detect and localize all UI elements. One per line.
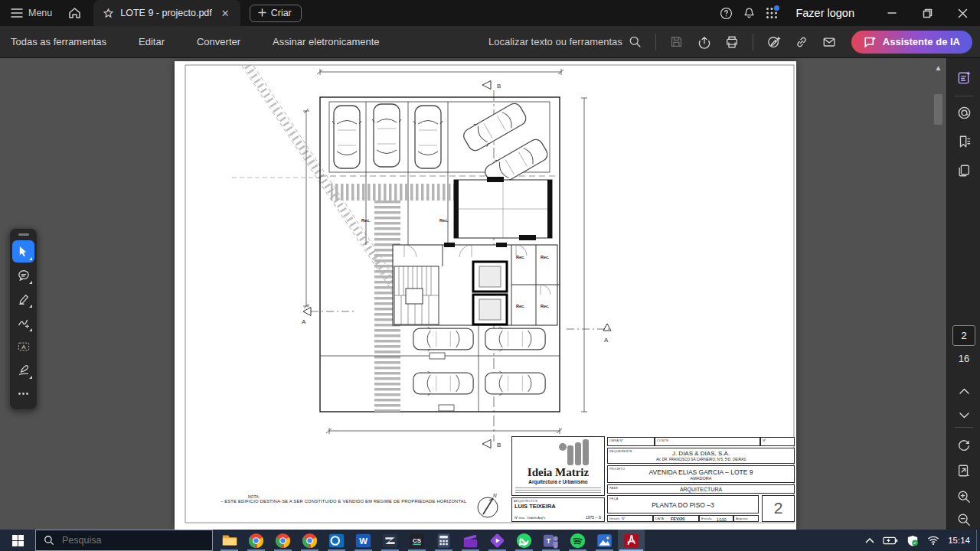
app-media-player[interactable] [484,530,511,551]
tray-expand-icon[interactable] [865,537,874,543]
minimize-button[interactable] [874,0,910,26]
word-icon: W [355,533,371,549]
request-sign-icon [767,35,781,49]
home-icon [68,7,81,19]
page-thumbnails-button[interactable] [952,159,975,182]
print-button[interactable] [719,31,745,54]
bookmarks-icon [957,135,971,148]
scrollbar-thumb[interactable] [934,94,942,125]
text-select-tool-button[interactable]: A [12,335,34,357]
plus-icon [258,8,266,17]
app-cs[interactable]: CS [403,530,430,551]
vertical-scrollbar[interactable]: ▲ [933,60,943,528]
notifications-button[interactable] [737,0,760,26]
app-calculator[interactable] [430,530,457,551]
request-signatures-button[interactable] [761,31,787,54]
start-button[interactable] [0,530,35,551]
comments-panel-button[interactable] [952,101,975,124]
app-word[interactable]: W [350,530,377,551]
rotate-icon [957,438,971,452]
select-tool-button[interactable] [12,240,34,262]
ai-assistant-label: Assistente de IA [883,36,960,47]
link-icon [795,35,808,49]
app-acrobat[interactable] [618,530,645,551]
app-scanner[interactable] [377,530,403,551]
more-tools-button[interactable] [12,383,34,405]
wifi-icon[interactable] [927,536,939,545]
save-button[interactable] [664,31,690,54]
app-file-explorer[interactable] [216,530,243,551]
highlight-tool-button[interactable] [12,288,34,310]
create-button[interactable]: Criar [250,5,302,22]
rotate-page-button[interactable] [952,433,975,456]
requerente-cell: REQUERENTE J. DIAS & DIAS, S.A. AV. DR. … [607,448,795,464]
app-whatsapp[interactable] [511,530,537,551]
menu-all-tools[interactable]: Todas as ferramentas [0,36,122,47]
more-icon [18,392,29,396]
help-button[interactable] [714,0,737,26]
app-spotify[interactable] [564,530,591,551]
text-select-icon: A [18,341,30,353]
page-number-input[interactable]: 2 [952,325,975,346]
document-tab[interactable]: LOTE 9 - projecto.pdf ✕ [93,0,240,26]
link-button[interactable] [789,31,815,54]
bookmarks-panel-button[interactable] [952,130,975,153]
app-chrome-3[interactable] [296,530,323,551]
share-button[interactable] [691,31,717,54]
zoom-in-button[interactable] [952,485,975,508]
next-page-button[interactable] [952,404,975,427]
document-area[interactable]: B B A A [0,58,946,530]
sheet-number-cell: 2 [762,495,795,522]
app-movies[interactable] [457,530,484,551]
divider [655,34,656,51]
show-desktop-button[interactable] [976,530,980,551]
zoom-out-icon [957,513,971,527]
note-text: – ESTE EDIFICIO DESTINA-SE A SER CONSTIT… [220,499,481,504]
menu-esign[interactable]: Assinar eletronicamente [256,36,395,47]
taskbar-search[interactable] [35,530,213,551]
restore-button[interactable] [910,0,945,26]
requerente-address: AV. DR. FRANCISCO SÁ CARNEIRO, Nº5, 5ºD,… [608,458,794,461]
fill-sign-tool-button[interactable] [12,359,34,381]
fit-page-icon [957,464,971,478]
search-icon [629,35,642,48]
find-tools-button[interactable]: Localizar texto ou ferramentas [488,35,648,48]
quick-tools-panel: A [9,228,38,410]
data-value: FEV/20 [671,517,684,521]
fit-page-button[interactable] [952,459,975,482]
app-chrome-1[interactable] [243,530,270,551]
menu-edit[interactable]: Editar [122,36,181,47]
scroll-up-icon[interactable]: ▲ [933,63,943,73]
clock[interactable]: 15:14 [948,536,970,545]
draw-icon [18,317,30,329]
title-block: Ideia Matriz Arquitectura e Urbanismo AR… [511,436,795,522]
app-chrome-2[interactable] [270,530,296,551]
previous-page-button[interactable] [952,380,975,403]
close-button[interactable] [945,0,980,26]
signin-button[interactable]: Fazer logon [783,7,874,19]
drag-handle[interactable] [18,233,29,236]
pdf-page[interactable]: B B A A [175,61,796,530]
battery-icon[interactable] [883,536,898,545]
app-photos[interactable] [591,530,618,551]
taskbar-search-input[interactable] [62,535,185,546]
apps-grid-button[interactable] [760,0,783,26]
defender-icon[interactable] [906,535,919,546]
menu-button[interactable]: Menu [0,0,61,26]
svg-text:Rec.: Rec. [439,218,449,223]
submenu-indicator [29,376,32,379]
comment-tool-button[interactable] [12,264,34,286]
home-button[interactable] [61,0,87,26]
app-outlook[interactable] [323,530,350,551]
ai-summary-button[interactable] [952,66,975,89]
fill-sign-icon [18,364,30,377]
zoom-out-button[interactable] [952,508,975,531]
ai-assistant-button[interactable]: Assistente de IA [851,31,972,54]
app-teams[interactable]: T [537,530,564,551]
send-email-button[interactable] [816,31,842,54]
tab-close-icon[interactable]: ✕ [218,6,233,21]
sheet-number: 2 [763,499,794,517]
draw-tool-button[interactable] [12,311,34,334]
menu-convert[interactable]: Converter [181,36,256,47]
escala-cell: Escala 1/100 [699,515,733,522]
